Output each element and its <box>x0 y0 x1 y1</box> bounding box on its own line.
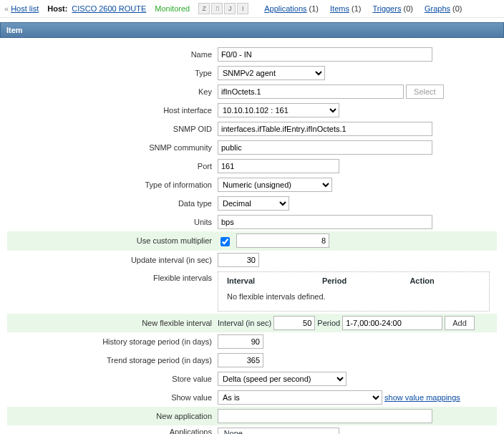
snmp-oid-label: SNMP OID <box>7 120 215 138</box>
update-interval-input[interactable] <box>218 253 259 267</box>
type-select[interactable]: SNMPv2 agent <box>218 66 325 80</box>
new-flex-period-label: Period <box>317 319 340 327</box>
key-label: Key <box>7 82 215 101</box>
applications-label: Applications <box>7 425 215 434</box>
top-nav: « Host list Host: CISCO 2600 ROUTE Monit… <box>0 0 504 18</box>
snmp-community-input[interactable] <box>218 140 432 155</box>
section-header: Item <box>0 22 504 38</box>
store-value-select[interactable]: Delta (speed per second) <box>218 372 346 386</box>
host-interface-select[interactable]: 10.10.10.102 : 161 <box>218 103 339 117</box>
new-flex-interval-input[interactable] <box>273 316 315 330</box>
jmx-icon[interactable]: J <box>224 3 236 14</box>
trend-storage-input[interactable] <box>218 353 263 367</box>
show-value-label: Show value <box>7 388 215 407</box>
history-storage-label: History storage period (in days) <box>7 332 215 351</box>
units-input[interactable] <box>218 215 432 229</box>
applications-link-wrap: Applications (1) <box>264 4 319 13</box>
multiplier-input[interactable] <box>236 233 329 248</box>
new-application-input[interactable] <box>218 409 432 423</box>
applications-listbox[interactable]: -None- Interfaces <box>218 428 339 434</box>
flex-col-period: Period <box>314 274 402 288</box>
applications-option-none[interactable]: -None- <box>218 428 339 434</box>
icon-row: Z ⎍ J I <box>198 3 248 14</box>
triggers-link-wrap: Triggers (0) <box>372 4 412 13</box>
history-storage-input[interactable] <box>218 334 263 349</box>
flex-col-action: Action <box>401 274 489 288</box>
snmp-community-label: SNMP community <box>7 138 215 157</box>
name-label: Name <box>7 45 215 64</box>
graphs-link-wrap: Graphs (0) <box>425 4 462 13</box>
port-label: Port <box>7 157 215 175</box>
update-interval-label: Update interval (in sec) <box>7 251 215 269</box>
graphs-link[interactable]: Graphs <box>425 4 450 13</box>
guillemet-icon: « <box>4 4 9 13</box>
flexible-intervals-panel: Interval Period Action No flexible inter… <box>218 271 490 312</box>
key-select-button[interactable]: Select <box>406 85 444 99</box>
snmp-oid-input[interactable] <box>218 122 432 136</box>
key-input[interactable] <box>218 85 404 99</box>
store-value-label: Store value <box>7 370 215 388</box>
snmp-icon[interactable]: ⎍ <box>211 3 223 14</box>
port-input[interactable] <box>218 159 339 173</box>
type-label: Type <box>7 64 215 82</box>
items-count: (1) <box>352 4 361 13</box>
zabbix-icon[interactable]: Z <box>198 3 210 14</box>
new-flex-interval-label: Interval (in sec) <box>218 319 271 327</box>
flex-col-interval: Interval <box>218 274 314 288</box>
multiplier-checkbox[interactable] <box>220 237 230 246</box>
items-link[interactable]: Items <box>330 4 349 13</box>
new-application-label: New application <box>7 407 215 425</box>
host-name-link[interactable]: CISCO 2600 ROUTE <box>72 4 146 13</box>
triggers-link[interactable]: Triggers <box>372 4 401 13</box>
data-type-select[interactable]: Decimal <box>218 196 289 211</box>
ipmi-icon[interactable]: I <box>237 3 248 14</box>
trend-storage-label: Trend storage period (in days) <box>7 351 215 370</box>
new-flex-period-input[interactable] <box>342 316 442 330</box>
host-label: Host: <box>47 4 67 13</box>
type-of-info-select[interactable]: Numeric (unsigned) <box>218 178 332 192</box>
show-value-mappings-link[interactable]: show value mappings <box>384 393 460 402</box>
applications-link[interactable]: Applications <box>264 4 306 13</box>
data-type-label: Data type <box>7 194 215 213</box>
new-flex-label: New flexible interval <box>7 314 215 332</box>
flex-none-defined: No flexible intervals defined. <box>218 288 489 305</box>
item-form: Name Type SNMPv2 agent Key Select Host i… <box>0 38 504 434</box>
monitored-status: Monitored <box>155 4 190 13</box>
show-value-select[interactable]: As is <box>218 390 382 405</box>
name-input[interactable] <box>218 47 432 62</box>
add-flex-button[interactable]: Add <box>445 316 475 330</box>
host-list-link[interactable]: Host list <box>11 4 39 13</box>
triggers-count: (0) <box>403 4 412 13</box>
multiplier-label: Use custom multiplier <box>7 231 215 251</box>
units-label: Units <box>7 213 215 231</box>
host-interface-label: Host interface <box>7 101 215 120</box>
items-link-wrap: Items (1) <box>330 4 361 13</box>
graphs-count: (0) <box>452 4 462 13</box>
flexible-intervals-label: Flexible intervals <box>7 269 215 314</box>
applications-count: (1) <box>309 4 319 13</box>
type-of-info-label: Type of information <box>7 175 215 194</box>
